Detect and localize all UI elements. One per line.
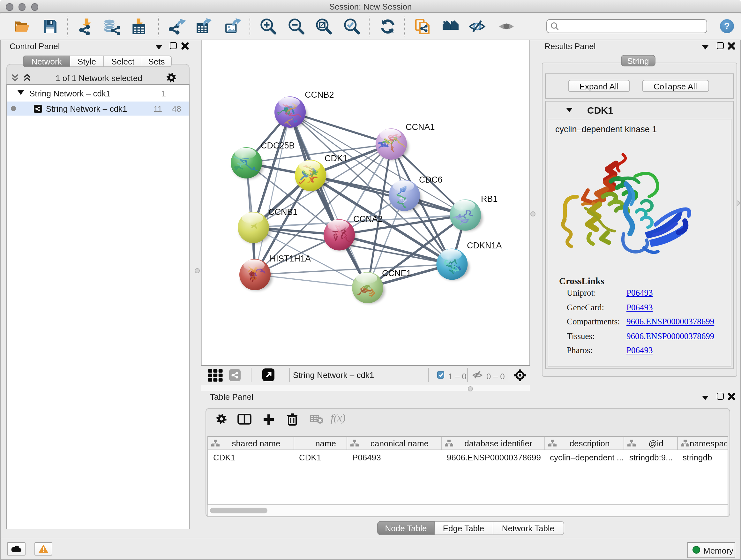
svg-text:HIST1H1A: HIST1H1A: [269, 254, 311, 263]
svg-text:CCNB2: CCNB2: [305, 90, 334, 100]
svg-text:CCNB1: CCNB1: [268, 207, 297, 217]
svg-text:CCNA2: CCNA2: [353, 214, 382, 224]
svg-text:RB1: RB1: [481, 194, 497, 204]
svg-text:CCNA1: CCNA1: [405, 122, 434, 132]
svg-text:CDC25B: CDC25B: [260, 141, 294, 150]
svg-text:CCNE1: CCNE1: [382, 268, 411, 278]
svg-text:CDK1: CDK1: [324, 153, 347, 163]
svg-text:CDKN1A: CDKN1A: [467, 241, 502, 250]
svg-text:CDC6: CDC6: [419, 175, 442, 185]
